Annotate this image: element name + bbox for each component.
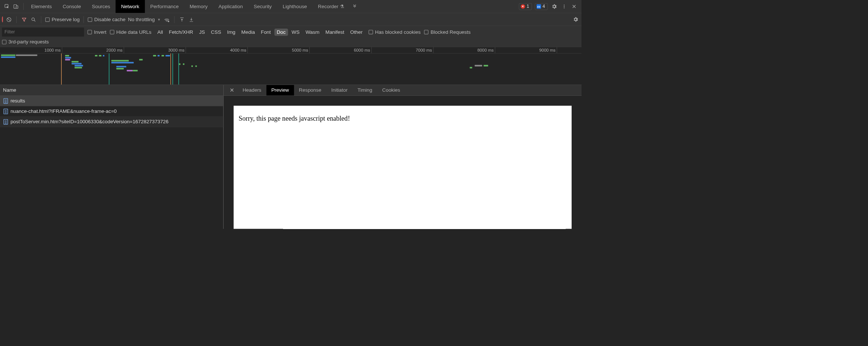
panel-tab-sources[interactable]: Sources <box>86 0 116 13</box>
network-filterbar: Invert Hide data URLs AllFetch/XHRJSCSSI… <box>0 26 582 47</box>
separator <box>41 16 42 23</box>
panel-tab-console[interactable]: Console <box>57 0 86 13</box>
detail-tab-cookies[interactable]: Cookies <box>377 85 405 95</box>
separator <box>16 16 17 23</box>
svg-point-7 <box>32 18 34 20</box>
record-button[interactable] <box>2 17 3 22</box>
panel-tab-application[interactable]: Application <box>213 0 248 13</box>
detail-tab-headers[interactable]: Headers <box>238 85 266 95</box>
hide-data-urls-checkbox[interactable]: Hide data URLs <box>110 29 151 35</box>
chevron-down-icon: ▼ <box>157 17 161 22</box>
preserve-log-checkbox[interactable]: Preserve log <box>45 17 80 22</box>
more-tabs-icon[interactable] <box>351 3 358 10</box>
timeline-tick-label: 8000 ms <box>477 48 494 53</box>
disable-cache-label: Disable cache <box>94 17 125 22</box>
panel-tab-performance[interactable]: Performance <box>145 0 184 13</box>
filter-icon[interactable] <box>21 16 28 23</box>
preview-pane: Sorry, this page needs javascript enable… <box>224 96 582 229</box>
type-filter-wasm[interactable]: Wasm <box>303 29 322 36</box>
blocked-requests-label: Blocked Requests <box>431 29 471 35</box>
request-row[interactable]: results <box>0 96 223 106</box>
type-filter-css[interactable]: CSS <box>208 29 224 36</box>
timeline-tick: 3000 ms <box>185 47 186 53</box>
throttling-select[interactable]: No throttling ▼ <box>128 17 161 22</box>
inspect-element-icon[interactable] <box>3 3 10 10</box>
blocked-requests-checkbox[interactable]: Blocked Requests <box>424 29 470 35</box>
panel-tab-network[interactable]: Network <box>116 0 145 13</box>
type-filter-other[interactable]: Other <box>348 29 365 36</box>
timeline-ruler: 1000 ms2000 ms3000 ms4000 ms5000 ms6000 … <box>0 47 582 53</box>
tabstrip-right: ✕ 1 ▭ 4 <box>519 3 580 10</box>
settings-icon[interactable] <box>551 3 558 10</box>
type-filter-media[interactable]: Media <box>239 29 257 36</box>
disable-cache-checkbox[interactable]: Disable cache <box>88 17 126 22</box>
separator <box>83 16 84 23</box>
request-name: results <box>10 98 25 104</box>
type-filter-all[interactable]: All <box>155 29 165 36</box>
timeline-tick-label: 6000 ms <box>354 48 370 53</box>
messages-badge[interactable]: ▭ 4 <box>535 3 548 10</box>
blocked-cookies-label: Has blocked cookies <box>375 29 421 35</box>
detail-tab-initiator[interactable]: Initiator <box>326 85 353 95</box>
timeline-tick-label: 3000 ms <box>168 48 184 53</box>
third-party-checkbox[interactable]: 3rd-party requests <box>2 39 49 45</box>
network-settings-icon[interactable] <box>572 16 579 23</box>
blocked-cookies-checkbox[interactable]: Has blocked cookies <box>369 29 421 35</box>
network-overview[interactable]: 1000 ms2000 ms3000 ms4000 ms5000 ms6000 … <box>0 47 582 85</box>
message-icon: ▭ <box>537 4 541 9</box>
detail-tab-response[interactable]: Response <box>294 85 326 95</box>
timeline-tick-label: 4000 ms <box>230 48 246 53</box>
panel-tab-lighthouse[interactable]: Lighthouse <box>277 0 312 13</box>
network-conditions-icon[interactable] <box>163 16 170 23</box>
type-filter-img[interactable]: Img <box>225 29 238 36</box>
timeline-tick-label: 1000 ms <box>45 48 61 53</box>
type-filter-font[interactable]: Font <box>259 29 273 36</box>
close-devtools-icon[interactable] <box>571 3 578 10</box>
timeline-tick: 2000 ms <box>124 47 124 53</box>
panel-tab-recorder[interactable]: Recorder⚗ <box>312 0 350 13</box>
hide-data-urls-label: Hide data URLs <box>116 29 152 35</box>
type-filter-fetch-xhr[interactable]: Fetch/XHR <box>167 29 196 36</box>
request-name: postToServer.min.htm?siteID=10006330&cod… <box>10 119 168 124</box>
timeline-marks <box>0 53 582 85</box>
messages-count: 4 <box>543 4 545 9</box>
timeline-tick-label: 2000 ms <box>106 48 123 53</box>
timeline-tick-label: 9000 ms <box>539 48 556 53</box>
flask-icon: ⚗ <box>340 3 344 9</box>
request-list-header[interactable]: Name <box>0 85 223 95</box>
error-count: 1 <box>527 4 529 9</box>
type-filter-js[interactable]: JS <box>197 29 207 36</box>
device-toolbar-icon[interactable] <box>13 3 20 10</box>
type-filter-manifest[interactable]: Manifest <box>323 29 347 36</box>
timeline-tick-label: 7000 ms <box>416 48 432 53</box>
timeline-tick: 6000 ms <box>371 47 372 53</box>
column-name-header: Name <box>3 87 16 93</box>
type-filter-doc[interactable]: Doc <box>274 29 288 36</box>
third-party-label: 3rd-party requests <box>9 39 49 45</box>
error-badge[interactable]: ✕ 1 <box>519 3 532 10</box>
close-details-icon[interactable]: ✕ <box>226 87 238 93</box>
detail-tab-preview[interactable]: Preview <box>266 85 294 95</box>
request-details: ✕ HeadersPreviewResponseInitiatorTimingC… <box>224 85 582 229</box>
invert-checkbox[interactable]: Invert <box>88 29 106 35</box>
devtools-tabstrip: ElementsConsoleSourcesNetworkPerformance… <box>0 0 582 13</box>
clear-icon[interactable] <box>6 16 13 23</box>
import-har-icon[interactable] <box>178 16 185 23</box>
preview-document[interactable]: Sorry, this page needs javascript enable… <box>234 106 572 229</box>
request-row[interactable]: nuance-chat.html?IFRAME&nuance-frame-ac=… <box>0 106 223 117</box>
request-name: nuance-chat.html?IFRAME&nuance-frame-ac=… <box>10 108 116 114</box>
export-har-icon[interactable] <box>188 16 195 23</box>
svg-point-4 <box>564 6 565 7</box>
panel-tab-elements[interactable]: Elements <box>26 0 57 13</box>
timeline-tick: 7000 ms <box>433 47 434 53</box>
panel-tab-memory[interactable]: Memory <box>184 0 213 13</box>
kebab-menu-icon[interactable] <box>561 3 568 10</box>
panel-tab-security[interactable]: Security <box>248 0 277 13</box>
throttling-value: No throttling <box>128 17 155 22</box>
search-icon[interactable] <box>30 16 37 23</box>
network-split: Name resultsnuance-chat.html?IFRAME&nuan… <box>0 85 582 229</box>
filter-input[interactable] <box>2 27 84 36</box>
type-filter-ws[interactable]: WS <box>289 29 302 36</box>
request-row[interactable]: postToServer.min.htm?siteID=10006330&cod… <box>0 117 223 127</box>
detail-tab-timing[interactable]: Timing <box>352 85 377 95</box>
